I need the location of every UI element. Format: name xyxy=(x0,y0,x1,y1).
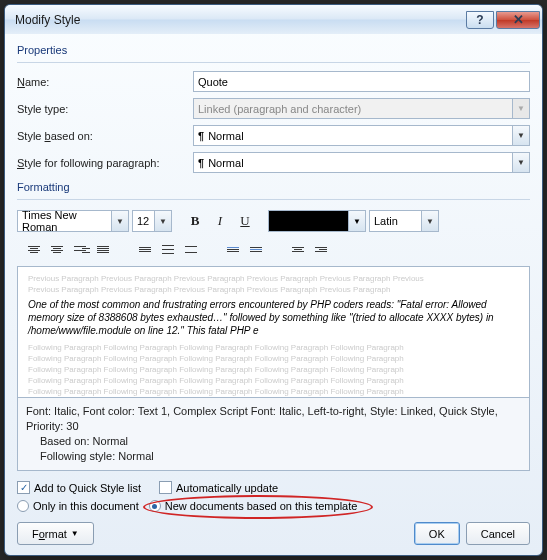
formatting-group-label: Formatting xyxy=(17,181,530,193)
new-documents-template-radio[interactable]: New documents based on this template xyxy=(149,500,358,512)
format-button[interactable]: Format▼ xyxy=(17,522,94,545)
font-size-combo[interactable]: 12▼ xyxy=(132,210,172,232)
align-center-button[interactable] xyxy=(46,238,68,260)
preview-sample-text: One of the most common and frustrating e… xyxy=(28,298,519,337)
chevron-down-icon[interactable]: ▼ xyxy=(512,126,529,145)
chevron-down-icon[interactable]: ▼ xyxy=(348,211,365,231)
pilcrow-icon: ¶ xyxy=(198,157,204,169)
line-spacing-15-button[interactable] xyxy=(157,238,179,260)
style-summary: Font: Italic, Font color: Text 1, Comple… xyxy=(17,398,530,471)
following-combo[interactable]: ¶ Normal ▼ xyxy=(193,152,530,173)
properties-group-label: Properties xyxy=(17,44,530,56)
line-spacing-2-button[interactable] xyxy=(180,238,202,260)
formatting-toolbar: Times New Roman▼ 12▼ B I U ▼ Latin▼ xyxy=(17,210,530,232)
indent-dec-button[interactable] xyxy=(287,238,309,260)
space-before-inc-button[interactable] xyxy=(222,238,244,260)
auto-update-checkbox[interactable]: Automatically update xyxy=(159,481,278,494)
space-before-dec-button[interactable] xyxy=(245,238,267,260)
chevron-down-icon[interactable]: ▼ xyxy=(111,211,128,231)
titlebar[interactable]: Modify Style ? ✕ xyxy=(5,5,542,34)
ok-button[interactable]: OK xyxy=(414,522,460,545)
based-on-label: Style based on: xyxy=(17,130,187,142)
pilcrow-icon: ¶ xyxy=(198,130,204,142)
modify-style-dialog: Modify Style ? ✕ Properties Name: Quote … xyxy=(4,4,543,556)
bold-button[interactable]: B xyxy=(184,210,206,232)
chevron-down-icon[interactable]: ▼ xyxy=(154,211,171,231)
font-combo[interactable]: Times New Roman▼ xyxy=(17,210,129,232)
font-color-combo[interactable]: ▼ xyxy=(268,210,366,232)
following-label: Style for following paragraph: xyxy=(17,157,187,169)
name-label: Name: xyxy=(17,76,187,88)
align-left-button[interactable] xyxy=(23,238,45,260)
script-combo[interactable]: Latin▼ xyxy=(369,210,439,232)
italic-button[interactable]: I xyxy=(209,210,231,232)
indent-inc-button[interactable] xyxy=(310,238,332,260)
preview-pane: Previous Paragraph Previous Paragraph Pr… xyxy=(17,266,530,398)
color-swatch-icon xyxy=(269,211,348,231)
line-spacing-1-button[interactable] xyxy=(134,238,156,260)
chevron-down-icon[interactable]: ▼ xyxy=(512,153,529,172)
chevron-down-icon: ▼ xyxy=(71,529,79,538)
align-justify-button[interactable] xyxy=(92,238,114,260)
chevron-down-icon[interactable]: ▼ xyxy=(421,211,438,231)
underline-button[interactable]: U xyxy=(234,210,256,232)
name-input[interactable]: Quote xyxy=(193,71,530,92)
chevron-down-icon: ▼ xyxy=(512,99,529,118)
cancel-button[interactable]: Cancel xyxy=(466,522,530,545)
only-this-document-radio[interactable]: Only in this document xyxy=(17,500,139,512)
close-button[interactable]: ✕ xyxy=(496,11,540,29)
dialog-title: Modify Style xyxy=(15,13,464,27)
add-quick-style-checkbox[interactable]: ✓Add to Quick Style list xyxy=(17,481,141,494)
help-button[interactable]: ? xyxy=(466,11,494,29)
style-type-label: Style type: xyxy=(17,103,187,115)
align-right-button[interactable] xyxy=(69,238,91,260)
style-type-combo: Linked (paragraph and character) ▼ xyxy=(193,98,530,119)
based-on-combo[interactable]: ¶ Normal ▼ xyxy=(193,125,530,146)
paragraph-toolbar xyxy=(17,238,530,260)
